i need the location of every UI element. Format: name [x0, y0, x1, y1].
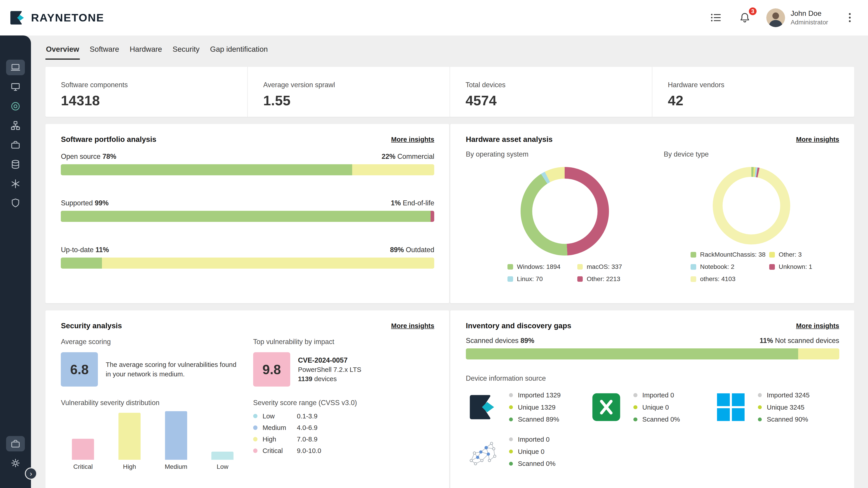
raynet-logo-icon [9, 9, 25, 26]
source-excel: Imported 0 Unique 0 Scanned 0% [590, 391, 715, 423]
user-role: Administrator [791, 19, 828, 26]
average-score-box: 6.8 [61, 352, 98, 387]
bar-open-source: Open source 78% 22% Commercial [61, 153, 434, 175]
stat-value: 1.55 [263, 93, 450, 108]
scanned-stat: Scanned 89% [509, 416, 561, 423]
sidebar-item-topology[interactable] [6, 118, 25, 133]
unique-stat: Unique 0 [633, 403, 680, 411]
kebab-menu-icon[interactable] [842, 11, 857, 25]
user-name: John Doe [791, 9, 828, 18]
by-device-type-label: By device type [664, 150, 839, 158]
stat-total-devices: Total devices 4574 [450, 67, 652, 117]
stacked-bar [61, 164, 434, 175]
brand-primary: RAYNET [31, 11, 79, 24]
bar-left-label: Open source 78% [61, 153, 116, 160]
bar-supported: Supported 99% 1% End-of-life [61, 199, 434, 222]
range-low: Low0.1-3.9 [253, 412, 434, 420]
stat-version-sprawl: Average version sprawl 1.55 [247, 67, 450, 117]
os-donut-chart [521, 167, 609, 256]
bar-up-to-date: Up-to-date 11% 89% Outdated [61, 246, 434, 269]
stat-label: Hardware vendors [668, 81, 854, 89]
brand-name: RAYNETONE [31, 11, 104, 24]
legend-item: Unknown: 1 [769, 263, 812, 270]
excel-logo-icon [590, 391, 622, 423]
tab-hardware[interactable]: Hardware [129, 37, 162, 60]
panel-security-analysis: Security analysis More insights Average … [45, 311, 450, 488]
gear-icon [10, 457, 21, 468]
monitor-icon [10, 81, 21, 92]
source-windows: Imported 3245 Unique 3245 Scanned 90% [715, 391, 839, 423]
sidebar-item-workspace[interactable] [6, 436, 25, 452]
legend-item: macOS: 337 [577, 263, 622, 270]
stat-value: 4574 [465, 93, 652, 108]
bar-right-label: 1% End-of-life [391, 199, 434, 207]
unique-stat: Unique 1329 [509, 403, 561, 411]
imported-stat: Imported 0 [509, 435, 556, 443]
briefcase-icon [10, 438, 21, 449]
stat-value: 14318 [61, 93, 247, 108]
by-os-label: By operating system [466, 150, 664, 158]
bar-left-label: Supported 99% [61, 199, 108, 207]
panel-title: Security analysis [61, 322, 122, 330]
top-vulnerability-label: Top vulnerability by impact [253, 338, 434, 346]
more-insights-link[interactable]: More insights [391, 135, 434, 143]
severity-range-legend: Low0.1-3.9 Medium4.0-6.9 High7.0-8.9 Cri… [253, 412, 434, 455]
panel-software-portfolio: Software portfolio analysis More insight… [45, 124, 450, 303]
legend-item: others: 4103 [690, 275, 759, 283]
average-score-description: The average scoring for vulnerabilities … [106, 360, 241, 379]
stacked-bar [61, 211, 434, 222]
legend-item: Windows: 1894 [507, 263, 567, 270]
legend-item: Other: 3 [769, 251, 812, 258]
sidebar-expand-button[interactable]: › [25, 467, 37, 480]
stacked-bar [61, 258, 434, 269]
sidebar-item-portfolio[interactable] [6, 137, 25, 153]
stat-cards: Software components 14318 Average versio… [45, 67, 854, 117]
panel-inventory-gaps: Inventory and discovery gaps More insigh… [450, 311, 854, 488]
tab-gap-identification[interactable]: Gap identification [210, 37, 268, 60]
bar-critical: Critical [72, 439, 94, 470]
device-type-legend: RackMountChassis: 38 Other: 3 Notebook: … [664, 251, 839, 283]
severity-bar-chart: Critical High Medium Low [61, 411, 242, 470]
sidebar-item-devices[interactable] [6, 79, 25, 95]
bar-medium: Medium [165, 411, 187, 470]
sidebar-item-support[interactable] [6, 98, 25, 114]
checklist-icon[interactable] [709, 11, 723, 25]
scanned-devices-label: Scanned devices 89% [466, 337, 534, 345]
imported-stat: Imported 3245 [758, 391, 810, 399]
notifications-bell-icon[interactable]: 3 [738, 11, 752, 25]
legend-item: Linux: 70 [507, 275, 567, 283]
windows-logo-icon [715, 391, 747, 423]
unique-stat: Unique 0 [509, 448, 556, 455]
user-menu[interactable]: John Doe Administrator [766, 8, 828, 27]
more-insights-link[interactable]: More insights [796, 135, 839, 143]
stat-label: Total devices [465, 81, 652, 89]
main-content: Overview Software Hardware Security Gap … [31, 35, 868, 488]
tab-overview[interactable]: Overview [45, 37, 80, 60]
sidebar-item-dashboard[interactable] [6, 60, 25, 75]
range-critical: Critical9.0-10.0 [253, 447, 434, 455]
network-graph-icon [466, 435, 498, 467]
range-medium: Medium4.0-6.9 [253, 424, 434, 431]
bar-low: Low [211, 452, 234, 470]
more-insights-link[interactable]: More insights [796, 322, 839, 330]
tab-security[interactable]: Security [172, 37, 200, 60]
sidebar-item-settings[interactable] [6, 455, 25, 471]
range-high: High7.0-8.9 [253, 435, 434, 443]
sidebar-item-integrations[interactable] [6, 176, 25, 192]
cve-devices: 1139 devices [298, 375, 361, 383]
scanned-devices-bar [466, 348, 839, 359]
sidebar-item-security[interactable] [6, 195, 25, 211]
more-insights-link[interactable]: More insights [391, 322, 434, 330]
avatar[interactable] [766, 8, 785, 27]
imported-stat: Imported 1329 [509, 391, 561, 399]
device-type-donut-chart [713, 167, 790, 245]
brand-logo[interactable]: RAYNETONE [9, 9, 104, 26]
source-raynet: Imported 1329 Unique 1329 Scanned 89% [466, 391, 590, 423]
database-icon [10, 159, 21, 170]
tab-software[interactable]: Software [89, 37, 120, 60]
bar-right-label: 89% Outdated [390, 246, 434, 254]
top-vulnerability-score-box: 9.8 [253, 352, 290, 387]
stat-value: 42 [668, 93, 854, 108]
cve-id: CVE-2024-0057 [298, 356, 361, 364]
sidebar-item-database[interactable] [6, 157, 25, 172]
